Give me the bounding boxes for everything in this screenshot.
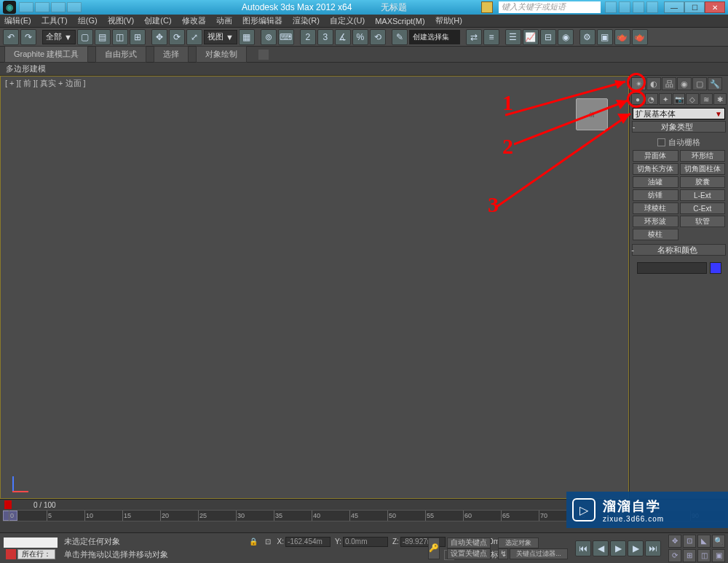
minilistener[interactable]	[4, 538, 58, 548]
folder-icon[interactable]	[481, 1, 493, 13]
btn-gengon[interactable]: 球棱柱	[633, 202, 678, 214]
rollout-name-color[interactable]: - 名称和颜色	[632, 244, 726, 256]
close-button[interactable]: ✕	[705, 1, 725, 13]
key-filter-button[interactable]: 关键点过滤器...	[510, 548, 568, 559]
refcoord-dropdown[interactable]: 视图 ▼	[204, 30, 237, 44]
tab-objpaint[interactable]: 对象绘制	[196, 46, 247, 63]
snap3-icon[interactable]: 3	[317, 29, 333, 45]
display-tab-icon[interactable]: ▢	[692, 77, 707, 90]
lights-icon[interactable]: ✦	[659, 93, 672, 105]
play-icon[interactable]: ▶	[610, 540, 626, 556]
menu-group[interactable]: 组(G)	[78, 15, 98, 26]
rendersetup-icon[interactable]: ⚙	[579, 29, 596, 45]
search-input[interactable]: 键入关键字或短语	[499, 1, 601, 13]
menu-anim[interactable]: 动画	[216, 15, 232, 26]
pan-icon[interactable]: ✥	[668, 535, 681, 548]
selection-filter-dropdown[interactable]: 全部 ▼	[42, 30, 76, 44]
fov-icon[interactable]: ◣	[697, 535, 711, 548]
orbit-icon[interactable]: ⟳	[668, 549, 681, 562]
polyedit-label[interactable]: 多边形建模	[6, 63, 46, 74]
nav2-icon[interactable]: ⊞	[683, 549, 696, 562]
scale-icon[interactable]: ⤢	[186, 29, 202, 45]
menu-maxscript[interactable]: MAXScript(M)	[375, 17, 424, 25]
modify-tab-icon[interactable]: ◐	[646, 77, 661, 90]
btn-hose[interactable]: 软管	[680, 216, 726, 227]
percentsnap-icon[interactable]: %	[352, 29, 368, 45]
btn-torus-knot[interactable]: 环形结	[680, 150, 726, 162]
zoom-icon[interactable]: 🔍	[712, 535, 725, 548]
btn-hedra[interactable]: 异面体	[633, 150, 678, 162]
nav3-icon[interactable]: ◫	[697, 549, 711, 562]
maximize-button[interactable]: ☐	[684, 1, 705, 13]
help2-icon[interactable]	[646, 1, 658, 13]
btn-cext[interactable]: C-Ext	[680, 202, 726, 214]
window-crossing-icon[interactable]: ⊞	[130, 29, 146, 45]
select-name-icon[interactable]: ▤	[95, 29, 111, 45]
next-frame-icon[interactable]: ▶	[628, 540, 644, 556]
layers-icon[interactable]: ☰	[505, 29, 521, 45]
minimize-button[interactable]: —	[664, 1, 684, 13]
btn-ringwave[interactable]: 环形波	[633, 216, 678, 227]
goto-end-icon[interactable]: ⏭	[645, 540, 661, 556]
qat-btn[interactable]	[35, 2, 50, 12]
rollout-object-type[interactable]: - 对象类型	[632, 121, 726, 133]
menu-edit[interactable]: 编辑(E)	[4, 15, 31, 26]
current-line-button[interactable]: 所在行：	[17, 549, 55, 559]
pivot-icon[interactable]: ▦	[239, 29, 255, 45]
qat-btn[interactable]	[51, 2, 66, 12]
hierarchy-tab-icon[interactable]: 品	[662, 77, 676, 90]
viewport-label[interactable]: [ + ][ 前 ][ 真实 + 边面 ]	[5, 78, 86, 89]
undo-icon[interactable]: ↶	[3, 29, 19, 45]
menu-tools[interactable]: 工具(T)	[41, 15, 68, 26]
selset-dropdown[interactable]: 创建选择集	[409, 30, 460, 44]
snap2-icon[interactable]: 2	[300, 29, 316, 45]
btn-chamferbox[interactable]: 切角长方体	[633, 163, 678, 175]
btn-prism[interactable]: 棱柱	[633, 229, 678, 240]
category-dropdown[interactable]: 扩展基本体▼	[633, 108, 725, 119]
help-icon[interactable]	[605, 1, 617, 13]
star-icon[interactable]	[633, 1, 644, 13]
manip-icon[interactable]: ⊚	[261, 29, 277, 45]
geometry-icon[interactable]: ●	[631, 93, 644, 105]
menu-render[interactable]: 渲染(R)	[293, 15, 320, 26]
btn-chamfercyl[interactable]: 切角圆柱体	[680, 163, 726, 175]
tab-select[interactable]: 选择	[154, 46, 189, 63]
prev-frame-icon[interactable]: ◀	[593, 540, 609, 556]
spacewarp-icon[interactable]: ≋	[700, 93, 713, 105]
object-name-input[interactable]	[637, 262, 707, 274]
autokey-button[interactable]: 自动关键点	[447, 538, 491, 548]
lock-icon[interactable]: 🔒	[248, 537, 258, 547]
keymode-icon[interactable]: ⌨	[278, 29, 294, 45]
tab-freeform[interactable]: 自由形式	[95, 46, 146, 63]
select-icon[interactable]: ▢	[77, 29, 93, 45]
render2-icon[interactable]: 🫖	[632, 29, 648, 45]
script-rec-icon[interactable]	[6, 549, 16, 559]
key-icon[interactable]: 🔑	[428, 538, 440, 559]
editselset-icon[interactable]: ✎	[392, 29, 408, 45]
viewcube[interactable]: 前	[576, 98, 608, 130]
menu-view[interactable]: 视图(V)	[108, 15, 135, 26]
menu-graph[interactable]: 图形编辑器	[242, 15, 282, 26]
matedit-icon[interactable]: ◉	[558, 29, 574, 45]
select-rect-icon[interactable]: ◫	[112, 29, 128, 45]
motion-tab-icon[interactable]: ◉	[677, 77, 692, 90]
qat-btn[interactable]	[67, 2, 82, 12]
spinnersnap-icon[interactable]: ⟲	[370, 29, 386, 45]
goto-start-icon[interactable]: ⏮	[575, 540, 591, 556]
sel-locked-dropdown[interactable]: 选定对象	[498, 538, 539, 548]
create-tab-icon[interactable]: ✴	[631, 77, 646, 90]
tab-graphite[interactable]: Graphite 建模工具	[4, 46, 88, 63]
renderframe-icon[interactable]: ▣	[597, 29, 613, 45]
btn-lext[interactable]: L-Ext	[680, 189, 726, 201]
btn-spindle[interactable]: 纺锤	[633, 189, 678, 201]
menu-custom[interactable]: 自定义(U)	[330, 15, 365, 26]
maxview-icon[interactable]: ▣	[712, 549, 725, 562]
keymode-icon[interactable]: ↯	[498, 548, 508, 559]
zoomext-icon[interactable]: ⊡	[683, 535, 696, 548]
utilities-tab-icon[interactable]: 🔧	[708, 77, 722, 90]
align-icon[interactable]: ≡	[483, 29, 499, 45]
x-coord-input[interactable]	[285, 537, 331, 547]
cameras-icon[interactable]: 📷	[673, 93, 686, 105]
systems-icon[interactable]: ✱	[713, 93, 727, 105]
anglesnap-icon[interactable]: ∡	[335, 29, 351, 45]
